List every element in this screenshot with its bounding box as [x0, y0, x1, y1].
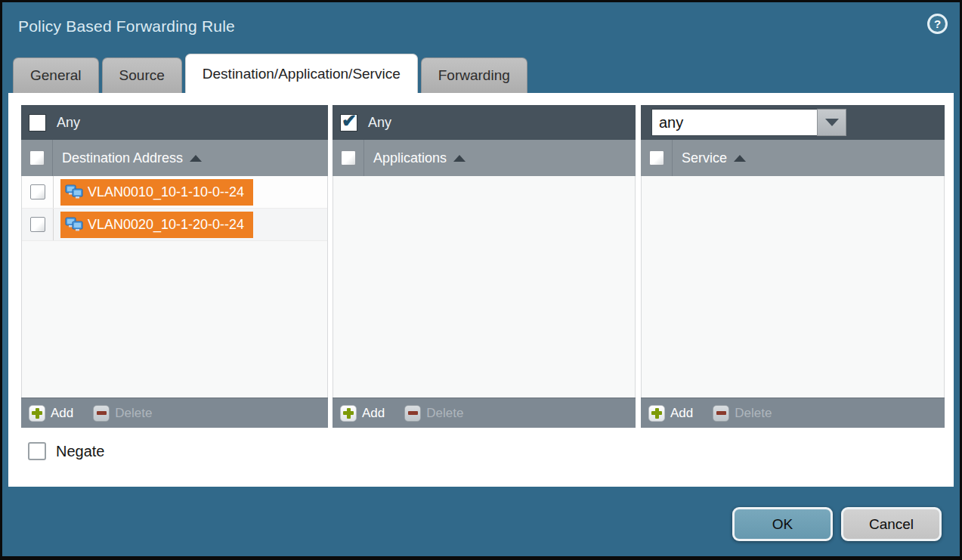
service-column-header: Service [641, 140, 945, 176]
address-object-chip[interactable]: VLAN0010_10-1-10-0--24 [60, 179, 253, 206]
tab-bar: General Source Destination/Application/S… [13, 54, 527, 93]
delete-button[interactable]: Delete [404, 405, 463, 422]
tab-general[interactable]: General [13, 57, 99, 93]
help-icon[interactable]: ? [927, 14, 948, 34]
applications-any-label: Any [368, 115, 391, 131]
delete-minus-icon [404, 405, 421, 422]
table-row[interactable]: VLAN0010_10-1-10-0--24 [22, 176, 327, 209]
destination-selectall-cell [21, 140, 53, 176]
address-object-icon [64, 215, 84, 234]
destination-column-label[interactable]: Destination Address [62, 150, 202, 166]
service-selectall-checkbox[interactable] [649, 150, 664, 166]
add-plus-icon [648, 405, 665, 422]
applications-column-label[interactable]: Applications [373, 150, 466, 166]
applications-any-bar: Any [333, 105, 636, 140]
service-toolbar: Add Delete [641, 398, 945, 428]
delete-button[interactable]: Delete [713, 405, 772, 422]
destination-column-header: Destination Address [21, 140, 328, 176]
pbf-rule-dialog: Policy Based Forwarding Rule ? General S… [0, 0, 962, 560]
negate-option: Negate [28, 442, 105, 460]
destination-any-checkbox[interactable] [29, 114, 46, 131]
address-object-chip[interactable]: VLAN0020_10-1-20-0--24 [60, 212, 253, 238]
dialog-title: Policy Based Forwarding Rule [18, 17, 235, 36]
service-dropdown-bar [641, 105, 945, 140]
add-button[interactable]: Add [648, 405, 693, 422]
destination-address-panel: Any Destination Address [21, 105, 328, 428]
destination-any-bar: Any [21, 105, 328, 140]
tab-content: Any Destination Address [8, 93, 954, 487]
service-selectall-cell [641, 140, 673, 176]
add-plus-icon [29, 405, 45, 422]
applications-column-header: Applications [333, 140, 636, 176]
applications-selectall-checkbox[interactable] [341, 150, 356, 166]
destination-toolbar: Add Delete [21, 398, 328, 428]
applications-any-checkbox[interactable] [340, 114, 357, 131]
chevron-down-icon [825, 119, 839, 126]
service-list [641, 176, 945, 398]
service-column-label[interactable]: Service [682, 150, 746, 166]
tab-forwarding[interactable]: Forwarding [421, 57, 527, 93]
table-row[interactable]: VLAN0020_10-1-20-0--24 [22, 209, 327, 241]
applications-panel: Any Applications Add Delete [333, 105, 636, 428]
service-dropdown-button[interactable] [817, 109, 846, 136]
service-dropdown-input[interactable] [651, 109, 817, 136]
sort-ascending-icon [453, 155, 466, 162]
delete-minus-icon [93, 405, 110, 422]
destination-any-label: Any [57, 115, 80, 131]
ok-button[interactable]: OK [732, 507, 833, 541]
destination-list: VLAN0010_10-1-10-0--24 [21, 176, 328, 398]
service-dropdown [651, 109, 846, 136]
service-panel: Service Add Delete [641, 105, 945, 428]
add-button[interactable]: Add [29, 405, 73, 422]
destination-selectall-checkbox[interactable] [29, 150, 45, 166]
sort-ascending-icon [734, 155, 746, 162]
row-checkbox[interactable] [30, 184, 45, 200]
applications-list [333, 176, 636, 398]
row-checkbox[interactable] [30, 217, 45, 232]
negate-label: Negate [56, 443, 105, 460]
cancel-button[interactable]: Cancel [841, 507, 942, 541]
address-object-label: VLAN0020_10-1-20-0--24 [88, 217, 244, 233]
add-plus-icon [340, 405, 357, 422]
address-object-label: VLAN0010_10-1-10-0--24 [88, 184, 244, 200]
tab-destination-application-service[interactable]: Destination/Application/Service [185, 54, 418, 93]
add-button[interactable]: Add [340, 405, 385, 422]
sort-ascending-icon [190, 155, 202, 162]
address-object-icon [64, 182, 84, 202]
negate-checkbox[interactable] [28, 442, 46, 460]
tab-source[interactable]: Source [102, 57, 182, 93]
delete-button[interactable]: Delete [93, 405, 152, 422]
applications-toolbar: Add Delete [333, 398, 636, 428]
applications-selectall-cell [333, 140, 364, 176]
delete-minus-icon [713, 405, 729, 422]
